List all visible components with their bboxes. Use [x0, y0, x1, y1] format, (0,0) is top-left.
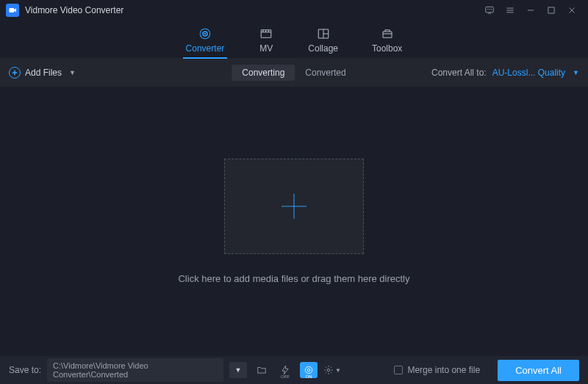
main-tabs: Converter MV Collage Toolbox — [0, 21, 588, 59]
tab-label: MV — [259, 43, 273, 54]
maximize-icon[interactable] — [541, 0, 562, 21]
segment-converting[interactable]: Converting — [232, 65, 295, 81]
checkbox-icon — [394, 366, 403, 374]
plus-icon — [276, 188, 312, 225]
convert-all-button[interactable]: Convert All — [498, 360, 579, 381]
off-label: OFF — [281, 374, 290, 379]
merge-checkbox[interactable]: Merge into one file — [394, 365, 480, 375]
app-title: Vidmore Video Converter — [25, 5, 123, 15]
output-format-select[interactable]: AU-Lossl... Quality ▼ — [492, 68, 579, 78]
menu-icon[interactable] — [500, 0, 520, 21]
svg-rect-0 — [10, 8, 15, 12]
output-path-field[interactable]: C:\Vidmore\Vidmore Video Converter\Conve… — [47, 358, 223, 382]
svg-rect-19 — [383, 32, 392, 37]
hardware-accel-off-button[interactable]: OFF — [276, 362, 294, 378]
tab-toolbox[interactable]: Toolbox — [372, 27, 402, 58]
open-folder-button[interactable] — [253, 362, 270, 378]
main-area: Click here to add media files or drag th… — [0, 87, 588, 356]
svg-point-2 — [487, 10, 488, 10]
minimize-icon[interactable] — [520, 0, 541, 21]
tab-collage[interactable]: Collage — [308, 27, 338, 58]
feedback-icon[interactable] — [479, 0, 500, 21]
tab-mv[interactable]: MV — [258, 27, 274, 58]
settings-button[interactable]: ▼ — [323, 362, 341, 378]
tab-label: Toolbox — [372, 43, 402, 54]
chevron-down-icon: ▼ — [335, 367, 341, 374]
on-label: ON — [306, 374, 312, 379]
svg-point-27 — [327, 369, 330, 372]
svg-point-26 — [307, 369, 310, 372]
svg-rect-9 — [548, 7, 554, 13]
output-path-value: C:\Vidmore\Vidmore Video Converter\Conve… — [53, 361, 218, 379]
save-to-label: Save to: — [9, 365, 41, 375]
svg-point-4 — [491, 10, 492, 10]
tab-label: Collage — [308, 43, 338, 54]
plus-circle-icon — [9, 67, 21, 79]
tab-label: Converter — [186, 43, 225, 54]
drop-zone[interactable] — [224, 159, 364, 254]
format-value: AU-Lossl... Quality — [492, 68, 565, 78]
chevron-down-icon: ▼ — [69, 69, 76, 76]
svg-point-3 — [490, 10, 490, 10]
convert-all-label: Convert All to: — [431, 68, 487, 78]
app-logo — [6, 4, 19, 17]
status-segment: Converting Converted — [232, 65, 356, 81]
segment-converted[interactable]: Converted — [295, 65, 356, 81]
chevron-down-icon: ▼ — [573, 69, 579, 76]
drop-hint: Click here to add media files or drag th… — [178, 273, 409, 284]
merge-label: Merge into one file — [407, 365, 480, 375]
tab-converter[interactable]: Converter — [186, 27, 225, 58]
svg-point-14 — [204, 33, 206, 35]
path-dropdown[interactable]: ▼ — [229, 362, 247, 378]
svg-point-25 — [305, 366, 312, 373]
high-speed-on-button[interactable]: ON — [300, 362, 318, 378]
close-icon[interactable] — [562, 0, 582, 21]
add-files-button[interactable]: Add Files ▼ — [9, 67, 76, 79]
add-files-label: Add Files — [25, 68, 62, 78]
